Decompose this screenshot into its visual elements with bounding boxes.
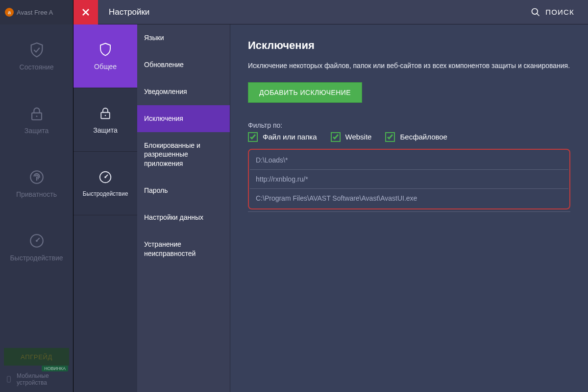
search-label: ПОИСК: [545, 8, 574, 16]
svg-point-10: [104, 176, 106, 178]
category-tab-protection[interactable]: Защита: [74, 88, 137, 152]
shield-icon: [98, 42, 113, 57]
sidebar-item-privacy[interactable]: Приватность: [0, 152, 73, 215]
search-icon: [531, 7, 540, 17]
page-title: Исключения: [248, 39, 570, 52]
category-label: Общее: [94, 63, 117, 70]
category-tab-performance[interactable]: Быстродействие: [74, 152, 137, 215]
filter-label: Фильтр по:: [248, 121, 570, 129]
subsection-blocked-apps[interactable]: Блокированные и разрешенные приложения: [137, 132, 230, 178]
svg-point-1: [36, 115, 37, 117]
sidebar-item-state[interactable]: Состояние: [0, 24, 73, 88]
sidebar-item-label: Быстродействие: [10, 254, 63, 262]
sidebar-item-label: Состояние: [20, 63, 54, 71]
svg-point-6: [532, 8, 538, 14]
new-badge: НОВИНКА: [42, 366, 68, 371]
page-description: Исключение некоторых файлов, папок или в…: [248, 61, 570, 71]
category-label: Быстродействие: [83, 190, 128, 197]
sidebar-item-label: Приватность: [16, 190, 57, 198]
filter-label-text: Бесфайловое: [400, 133, 447, 141]
checkbox-icon: [385, 132, 395, 142]
filter-checkbox-row: Файл или папка Website Бесфайловое: [248, 132, 570, 142]
app-title: Avast Free A: [17, 9, 53, 16]
gauge-icon: [28, 232, 45, 249]
close-button[interactable]: [74, 0, 98, 24]
main-sidebar: Avast Free A Состояние Защита Приватност…: [0, 0, 74, 392]
exclusion-row[interactable]: C:\Program Files\AVAST Software\Avast\Av…: [250, 189, 568, 208]
fingerprint-icon: [28, 169, 45, 185]
exclusion-row[interactable]: D:\Loads\*: [250, 151, 568, 170]
svg-point-4: [35, 240, 37, 242]
app-title-bar: Avast Free A: [0, 0, 73, 24]
upgrade-button[interactable]: АПГРЕЙД: [4, 348, 69, 366]
category-label: Защита: [93, 126, 118, 134]
settings-header: Настройки ПОИСК: [74, 0, 588, 24]
filter-file-folder[interactable]: Файл или папка: [248, 132, 317, 142]
subsection-exclusions[interactable]: Исключения: [137, 105, 230, 132]
filter-website[interactable]: Website: [331, 132, 372, 142]
sidebar-item-protection[interactable]: Защита: [0, 88, 73, 152]
lock-icon: [98, 106, 113, 120]
search-button[interactable]: ПОИСК: [517, 0, 588, 24]
settings-subsection-column: Языки Обновление Уведомления Исключения …: [137, 24, 230, 392]
sidebar-item-performance[interactable]: Быстродействие: [0, 215, 73, 279]
sidebar-item-label: Защита: [24, 127, 49, 135]
subsection-update[interactable]: Обновление: [137, 51, 230, 78]
subsection-languages[interactable]: Языки: [137, 24, 230, 51]
gauge-icon: [98, 170, 113, 184]
filter-label-text: Файл или папка: [263, 133, 317, 141]
exclusions-list-highlight: D:\Loads\* http://rxnblog.ru/* C:\Progra…: [248, 149, 570, 209]
checkbox-icon: [248, 132, 258, 142]
mobile-line1: Мобильные: [17, 372, 49, 379]
add-exclusion-button[interactable]: ДОБАВИТЬ ИСКЛЮЧЕНИЕ: [248, 82, 362, 103]
app-logo-icon: [5, 8, 14, 17]
upgrade-label: АПГРЕЙД: [21, 353, 52, 361]
settings-title: Настройки: [98, 7, 149, 17]
subsection-password[interactable]: Пароль: [137, 177, 230, 204]
mobile-devices-link[interactable]: НОВИНКА Мобильные устройства: [0, 369, 73, 392]
filter-fileless[interactable]: Бесфайловое: [385, 132, 447, 142]
filter-label-text: Website: [345, 133, 372, 141]
lock-icon: [28, 105, 45, 122]
subsection-troubleshoot[interactable]: Устранение неисправностей: [137, 231, 230, 267]
checkbox-icon: [331, 132, 341, 142]
settings-category-column: Общее Защита Быстродействие: [74, 24, 137, 392]
svg-point-8: [105, 115, 106, 116]
exclusion-row[interactable]: http://rxnblog.ru/*: [250, 170, 568, 189]
close-icon: [82, 8, 90, 16]
subsection-notifications[interactable]: Уведомления: [137, 78, 230, 105]
settings-modal: Настройки ПОИСК Общее Защита Быстро: [74, 0, 588, 392]
phone-icon: [5, 375, 13, 383]
shield-check-icon: [28, 42, 45, 58]
mobile-line2: устройства: [17, 379, 47, 386]
category-tab-general[interactable]: Общее: [74, 24, 137, 88]
divider: [248, 211, 570, 212]
svg-rect-5: [7, 376, 11, 382]
settings-content: Исключения Исключение некоторых файлов, …: [230, 24, 588, 392]
subsection-data-settings[interactable]: Настройки данных: [137, 204, 230, 231]
